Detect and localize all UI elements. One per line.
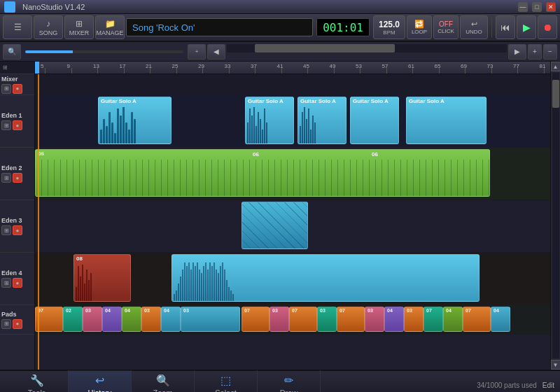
tool-draw[interactable]: ✏ Draw — [258, 370, 321, 392]
pad-clip-20[interactable]: 04 — [491, 307, 510, 332]
clip-eden1-2[interactable]: Guitar Solo A — [245, 97, 294, 144]
eden4-icon-btn[interactable]: ⊞ — [1, 278, 11, 288]
vertical-scrollbar[interactable]: ▲ ▼ — [550, 62, 560, 370]
scroll-right-button[interactable]: ▶ — [508, 44, 526, 59]
pad-clip-4[interactable]: 04 — [102, 307, 122, 332]
eden1-mute-btn[interactable]: ● — [13, 120, 22, 130]
scroll-down-arrow[interactable]: ▼ — [551, 360, 561, 370]
pad-clip-14[interactable]: 03 — [365, 307, 384, 332]
scroll-thumb-v[interactable] — [552, 80, 559, 108]
ruler-tick-line — [307, 68, 308, 74]
pad-clip-3[interactable]: 03 — [83, 307, 102, 332]
rewind-button[interactable]: ⏮ — [496, 15, 515, 39]
pad-clip-12[interactable]: 03 — [317, 307, 337, 332]
clip-eden1-3[interactable]: Guitar Solo A — [298, 97, 346, 144]
clip-label: 06 — [36, 150, 489, 158]
eden2-mute-btn[interactable]: ● — [13, 173, 22, 183]
manage-button[interactable]: 📁 MANAGE — [95, 15, 125, 39]
clip-eden1-1[interactable]: Guitar Solo A — [98, 97, 172, 144]
pad-clip-9[interactable]: 07 — [241, 307, 270, 332]
eden3-mute-btn[interactable]: ● — [13, 225, 22, 235]
clip-eden4-1[interactable]: 08 — [74, 254, 131, 302]
pad-clip-16[interactable]: 03 — [404, 307, 424, 332]
pad-clip-10[interactable]: 03 — [270, 307, 289, 332]
menu-button[interactable]: ☰ — [3, 15, 32, 39]
zoom-slider[interactable] — [25, 50, 183, 53]
ruler-tick-line — [491, 68, 492, 74]
tracks-container[interactable]: Guitar Solo A — [35, 74, 550, 370]
ruler-tick: 29 — [198, 63, 204, 69]
clip-eden3-1[interactable] — [241, 202, 308, 249]
pad-clip-5[interactable]: 04 — [122, 307, 141, 332]
tool-history[interactable]: ↩ History — [69, 370, 132, 392]
toolbar2-extra[interactable]: + — [528, 44, 542, 59]
eden2-icon-btn[interactable]: ⊞ — [1, 173, 11, 183]
zoom-label: Zoom — [153, 388, 172, 392]
mixer-icon-btn[interactable]: ⊞ — [1, 84, 11, 94]
zoom-in-icon: + — [195, 48, 199, 55]
minimize-button[interactable]: — — [518, 2, 528, 12]
tool-select[interactable]: ⬚ Select — [195, 370, 258, 392]
time-display: 001:01 — [316, 18, 370, 36]
clip-eden2-1[interactable]: 06 06 06 — [35, 149, 490, 197]
horizontal-scrollbar[interactable] — [227, 44, 507, 52]
bpm-display[interactable]: 125.0 BPM — [373, 15, 405, 39]
pad-clip-6[interactable]: 03 — [141, 307, 161, 332]
bpm-value: 125.0 — [379, 20, 400, 29]
pad-clip-1[interactable]: 07 — [35, 307, 63, 332]
ruler-tick-line — [412, 68, 413, 74]
eden2-track-icons: ⊞ ● — [1, 173, 22, 183]
zoom-out-button[interactable]: 🔍 — [3, 44, 21, 59]
clip-eden4-2[interactable] — [172, 254, 479, 302]
eden4-mute-btn[interactable]: ● — [13, 278, 22, 288]
maximize-button[interactable]: □ — [532, 2, 542, 12]
ruler-tick: 81 — [540, 63, 546, 69]
mixer-button[interactable]: ⊞ MIXER — [64, 15, 94, 39]
scroll-track-v[interactable] — [552, 73, 559, 358]
quantize-button[interactable]: ↩ UNDO — [460, 15, 488, 39]
pad-clip-2[interactable]: 02 — [63, 307, 83, 332]
loop-button[interactable]: 🔁 LOOP — [407, 15, 432, 39]
clip-eden1-4[interactable]: Guitar Solo A — [350, 97, 399, 144]
track-label-eden2: Eden 2 ⊞ ● — [0, 148, 34, 200]
status-text: 34/1000 parts used — [477, 382, 537, 389]
track-label-pads: Pads ⊞ ● — [0, 305, 34, 335]
click-button[interactable]: OFF CLICK — [433, 15, 458, 39]
song-button[interactable]: ♪ SONG — [34, 15, 63, 39]
tool-zoom[interactable]: 🔍 Zoom — [132, 370, 195, 392]
quantize-label: UNDO — [465, 29, 482, 35]
track-eden4: 08 — [35, 253, 550, 305]
eden1-icon-btn[interactable]: ⊞ — [1, 120, 11, 130]
eden3-track-icons: ⊞ ● — [1, 225, 22, 235]
scroll-left-button[interactable]: ◀ — [207, 44, 225, 59]
pad-clip-7[interactable]: 04 — [161, 307, 181, 332]
mixer-mute-btn[interactable]: ● — [13, 84, 22, 94]
pad-clip-17[interactable]: 07 — [424, 307, 443, 332]
toolbar2-minus[interactable]: − — [543, 44, 557, 59]
separator — [491, 17, 492, 38]
pad-clip-18[interactable]: 04 — [443, 307, 463, 332]
tools-icon: 🔧 — [30, 374, 44, 387]
play-button[interactable]: ▶ — [517, 15, 536, 39]
pad-clip-8[interactable]: 03 — [181, 307, 240, 332]
track-eden3 — [35, 200, 550, 253]
zoom-in-button[interactable]: + — [188, 44, 206, 59]
ruler[interactable]: 5913172125293337414549535761656973778185 — [35, 62, 550, 74]
pad-clip-15[interactable]: 04 — [384, 307, 404, 332]
close-button[interactable]: ✕ — [546, 2, 556, 12]
mixer-track-icons: ⊞ ● — [1, 84, 22, 94]
edit-button[interactable]: Edit — [542, 382, 554, 389]
scroll-up-arrow[interactable]: ▲ — [551, 62, 561, 71]
ruler-tick: 49 — [330, 63, 336, 69]
pad-clip-11[interactable]: 07 — [289, 307, 317, 332]
pads-icon-btn[interactable]: ⊞ — [1, 319, 11, 329]
pad-clip-19[interactable]: 07 — [463, 307, 491, 332]
record-button[interactable]: ⏺ — [538, 15, 557, 39]
pad-clip-13[interactable]: 07 — [337, 307, 365, 332]
bottom-toolbar: 🔧 Tools ↩ History 🔍 Zoom ⬚ Select ✏ Draw… — [0, 370, 560, 392]
clip-eden1-5[interactable]: Guitar Solo A — [406, 97, 486, 144]
ruler-tick-line — [386, 68, 387, 74]
pads-mute-btn[interactable]: ● — [13, 319, 22, 329]
eden3-icon-btn[interactable]: ⊞ — [1, 225, 11, 235]
tool-tools[interactable]: 🔧 Tools — [6, 370, 69, 392]
